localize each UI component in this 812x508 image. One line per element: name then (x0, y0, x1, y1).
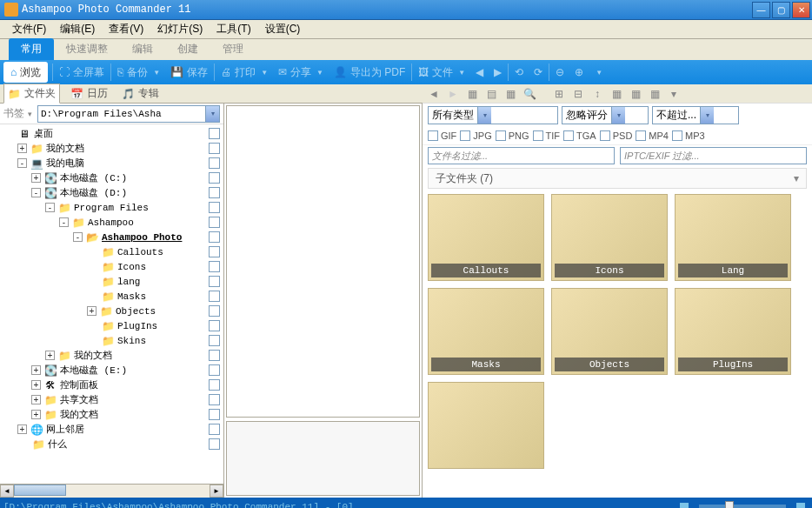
rotate-left-button[interactable]: ⟲ (509, 62, 529, 83)
tree-checkbox[interactable] (209, 217, 220, 228)
folder-thumb[interactable]: Callouts (428, 194, 544, 281)
expand-toggle[interactable]: - (45, 203, 55, 212)
zoom-in-button[interactable]: ⊕ (569, 62, 589, 83)
expand-toggle[interactable]: - (59, 217, 69, 227)
folder-thumb[interactable]: Icons (551, 194, 668, 281)
tree-checkbox[interactable] (209, 276, 220, 287)
zoom-slider[interactable] (699, 505, 786, 508)
tree-node[interactable]: 📁Icons (0, 259, 223, 274)
tree-scrollbar-h[interactable]: ◄► (0, 484, 223, 498)
tree-node[interactable]: -💽本地磁盘 (D:) (0, 185, 223, 200)
tree-node[interactable]: +📁我的文档 (0, 348, 223, 363)
format-check-png[interactable]: PNG (496, 130, 529, 141)
folder-thumb[interactable]: Masks (428, 288, 544, 375)
tree-checkbox[interactable] (209, 394, 220, 405)
tree-checkbox[interactable] (209, 172, 220, 184)
tree-node[interactable]: +📁共享文档 (0, 392, 223, 407)
tree-checkbox[interactable] (209, 143, 220, 154)
filter-date[interactable]: 不超过...▾ (652, 106, 739, 124)
sort-icon[interactable]: ↕ (589, 86, 605, 102)
tree-checkbox[interactable] (209, 409, 220, 420)
tool5-icon[interactable]: ▦ (647, 86, 662, 102)
tool-dd-icon[interactable]: ▾ (666, 86, 682, 102)
format-check-jpg[interactable]: JPG (460, 130, 491, 141)
tree-node[interactable]: +📁Objects (0, 304, 223, 318)
subtab-folders[interactable]: 📁文件夹 (3, 84, 60, 104)
tree-node[interactable]: -📂Ashampoo Photo (0, 230, 223, 244)
tree-checkbox[interactable] (209, 320, 220, 331)
tree-checkbox[interactable] (209, 364, 220, 376)
folder-thumb[interactable]: Lang (675, 194, 791, 281)
folder-thumb[interactable] (428, 382, 544, 469)
save-button[interactable]: 💾保存 (165, 62, 213, 83)
expand-toggle[interactable]: + (31, 380, 41, 390)
subtab-album[interactable]: 🎵专辑 (118, 84, 163, 103)
tab-edit[interactable]: 编辑 (120, 38, 165, 60)
tree-checkbox[interactable] (209, 291, 220, 302)
format-check-gif[interactable]: GIF (428, 130, 456, 141)
filename-filter[interactable]: 文件名过滤... (428, 147, 615, 164)
menu-view[interactable]: 查看(V) (103, 20, 149, 38)
search-icon[interactable]: 🔍 (522, 86, 537, 102)
tree-checkbox[interactable] (209, 379, 220, 391)
expand-toggle[interactable]: + (17, 144, 27, 153)
folder-tree[interactable]: 🖥桌面+📁我的文档-💻我的电脑+💽本地磁盘 (C:)-💽本地磁盘 (D:)-📁P… (0, 124, 223, 484)
expand-toggle[interactable]: + (31, 365, 41, 375)
close-button[interactable]: ✕ (792, 2, 810, 18)
nav-fwd2-icon[interactable]: ► (445, 86, 461, 102)
expand-toggle[interactable]: + (17, 424, 27, 434)
tree-checkbox[interactable] (209, 246, 220, 257)
menu-file[interactable]: 文件(F) (7, 20, 51, 38)
nav-back-button[interactable]: ◀ (470, 62, 489, 83)
tree-checkbox[interactable] (209, 128, 220, 139)
print-button[interactable]: 🖨打印▼ (216, 62, 273, 83)
share-button[interactable]: ✉分享▼ (273, 62, 329, 83)
tree-checkbox[interactable] (209, 438, 220, 450)
filter-type[interactable]: 所有类型▾ (428, 106, 558, 124)
format-check-tif[interactable]: TIF (533, 130, 561, 141)
menu-settings[interactable]: 设置(C) (260, 20, 306, 38)
format-check-mp3[interactable]: MP3 (672, 130, 705, 141)
expand-toggle[interactable]: - (73, 232, 83, 242)
tree-checkbox[interactable] (209, 305, 220, 317)
tab-manage[interactable]: 管理 (210, 38, 256, 60)
tool2-icon[interactable]: ⊟ (570, 86, 586, 102)
subfolder-collapse-icon[interactable]: ▾ (794, 172, 799, 184)
fullscreen-button[interactable]: ⛶全屏幕 (54, 62, 110, 83)
zoom-dd-button[interactable]: ▼ (589, 62, 608, 83)
tree-node[interactable]: 📁Callouts (0, 244, 223, 259)
tree-node[interactable]: -📁Program Files (0, 200, 223, 215)
export-pdf-button[interactable]: 👤导出为 PDF (329, 62, 410, 83)
folder-thumb[interactable]: PlugIns (675, 288, 791, 375)
tree-checkbox[interactable] (209, 261, 220, 272)
expand-toggle[interactable]: + (31, 410, 41, 419)
tree-node[interactable]: 📁lang (0, 274, 223, 289)
backup-button[interactable]: ⎘备份▼ (112, 62, 165, 83)
menu-tools[interactable]: 工具(T) (211, 20, 256, 38)
tool4-icon[interactable]: ▦ (628, 86, 643, 102)
iptc-filter[interactable]: IPTC/EXIF 过滤... (620, 147, 807, 164)
expand-toggle[interactable]: + (45, 351, 55, 360)
expand-toggle[interactable]: - (17, 158, 27, 168)
tree-node[interactable]: +📁我的文档 (0, 407, 223, 422)
tree-node[interactable]: 📁什么 (0, 437, 223, 451)
view-list-icon[interactable]: ▦ (464, 86, 480, 102)
format-check-tga[interactable]: TGA (563, 130, 596, 141)
tree-checkbox[interactable] (209, 187, 220, 198)
path-dropdown[interactable]: ▾ (206, 105, 220, 123)
nav-fwd-button[interactable]: ▶ (489, 62, 507, 83)
tree-node[interactable]: +💽本地磁盘 (C:) (0, 170, 223, 185)
nav-back2-icon[interactable]: ◄ (426, 86, 442, 102)
tree-checkbox[interactable] (209, 335, 220, 346)
folder-thumb[interactable]: Objects (551, 288, 668, 375)
filter-rating[interactable]: 忽略评分▾ (562, 106, 649, 124)
format-check-psd[interactable]: PSD (600, 130, 633, 141)
tree-checkbox[interactable] (209, 231, 220, 243)
tree-node[interactable]: 📁PlugIns (0, 318, 223, 333)
tab-common[interactable]: 常用 (9, 38, 54, 60)
expand-toggle[interactable]: - (31, 188, 41, 197)
view-grid-icon[interactable]: ▦ (503, 86, 518, 102)
tree-checkbox[interactable] (209, 202, 220, 213)
tree-checkbox[interactable] (209, 350, 220, 361)
expand-toggle[interactable]: + (31, 173, 41, 183)
